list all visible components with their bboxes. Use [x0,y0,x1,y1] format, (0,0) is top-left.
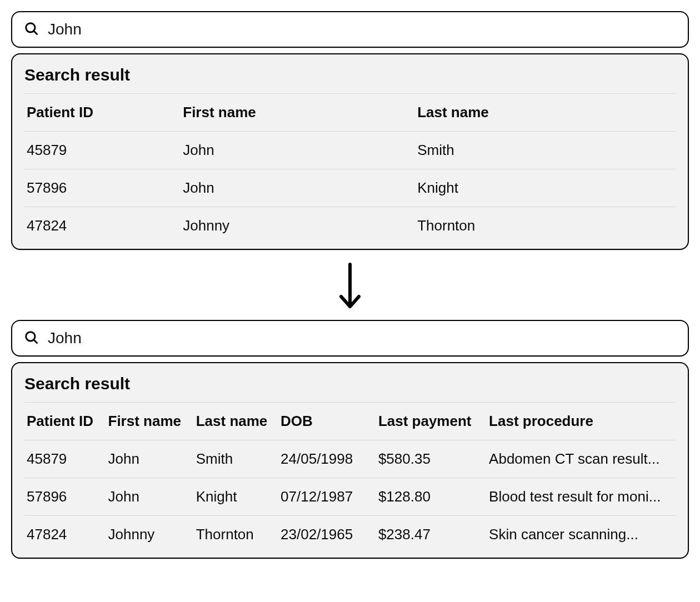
col-patient-id: Patient ID [24,94,181,132]
cell-first-name: Johnny [181,207,415,245]
cell-last-name: Thornton [194,516,278,554]
col-last-payment: Last payment [376,403,487,440]
results-table: Patient ID First name Last name DOB Last… [24,403,676,553]
cell-last-name: Knight [194,478,278,516]
cell-last-payment: $128.80 [376,478,487,516]
cell-first-name: John [181,169,415,207]
svg-line-4 [34,340,37,343]
col-first-name: First name [106,403,194,440]
cell-last-procedure: Abdomen CT scan result... [487,440,676,478]
search-input[interactable] [47,329,677,348]
example-detailed: Search result Patient ID First name Last… [11,320,689,559]
col-last-procedure: Last procedure [487,403,676,440]
search-box[interactable] [11,320,689,357]
table-row[interactable]: 57896 John Knight [24,169,676,207]
results-table: Patient ID First name Last name 45879 Jo… [24,94,676,244]
cell-last-name: Smith [415,132,676,169]
cell-last-payment: $238.47 [376,516,487,554]
search-icon [23,329,39,347]
search-box[interactable] [11,11,689,48]
col-last-name: Last name [194,403,278,440]
cell-first-name: John [106,478,194,516]
cell-patient-id: 57896 [24,169,181,207]
col-first-name: First name [181,94,415,132]
cell-last-name: Smith [194,440,278,478]
cell-first-name: John [106,440,194,478]
cell-first-name: John [181,132,415,169]
table-row[interactable]: 47824 Johnny Thornton 23/02/1965 $238.47… [24,516,676,554]
table-row[interactable]: 45879 John Smith 24/05/1998 $580.35 Abdo… [24,440,676,478]
search-icon [23,21,39,38]
cell-patient-id: 45879 [24,132,181,169]
example-simple: Search result Patient ID First name Last… [11,11,689,250]
col-patient-id: Patient ID [24,403,106,440]
cell-last-name: Knight [415,169,676,207]
search-results-title: Search result [24,62,676,94]
cell-patient-id: 57896 [24,478,106,516]
table-header-row: Patient ID First name Last name DOB Last… [24,403,676,440]
table-row[interactable]: 57896 John Knight 07/12/1987 $128.80 Blo… [24,478,676,516]
table-header-row: Patient ID First name Last name [24,94,676,132]
cell-dob: 07/12/1987 [278,478,376,516]
cell-last-payment: $580.35 [376,440,487,478]
search-input[interactable] [47,20,677,39]
cell-last-procedure: Blood test result for moni... [487,478,676,516]
search-results-panel: Search result Patient ID First name Last… [11,53,689,250]
search-results-title: Search result [24,371,676,403]
cell-patient-id: 45879 [24,440,106,478]
table-row[interactable]: 47824 Johnny Thornton [24,207,676,245]
svg-line-1 [34,31,37,34]
cell-dob: 24/05/1998 [278,440,376,478]
col-last-name: Last name [415,94,676,132]
cell-patient-id: 47824 [24,516,106,554]
cell-first-name: Johnny [106,516,194,554]
cell-last-name: Thornton [415,207,676,245]
cell-dob: 23/02/1965 [278,516,376,554]
arrow-down-icon [11,262,689,310]
cell-last-procedure: Skin cancer scanning... [487,516,676,554]
cell-patient-id: 47824 [24,207,181,245]
table-row[interactable]: 45879 John Smith [24,132,676,169]
search-results-panel: Search result Patient ID First name Last… [11,362,689,559]
col-dob: DOB [278,403,376,440]
